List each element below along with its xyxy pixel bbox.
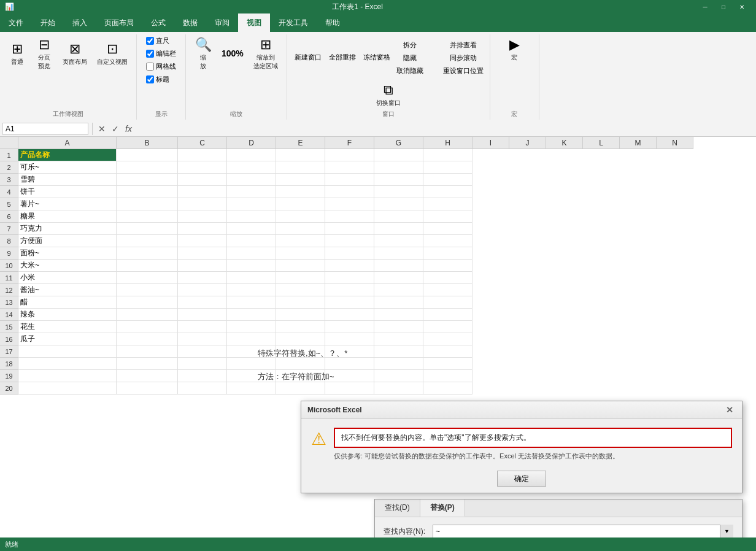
- cell-G1[interactable]: [374, 149, 423, 161]
- cell-A4[interactable]: 饼干: [18, 186, 117, 198]
- row-header-15[interactable]: 15: [0, 321, 18, 333]
- tab-help[interactable]: 帮助: [317, 13, 349, 32]
- cell-D3[interactable]: [227, 174, 276, 186]
- find-input[interactable]: [433, 525, 733, 538]
- cell-E10[interactable]: [276, 260, 325, 272]
- cell-G12[interactable]: [374, 284, 423, 296]
- cell-A2[interactable]: 可乐~: [18, 161, 117, 174]
- cell-H18[interactable]: [423, 358, 472, 370]
- cell-F11[interactable]: [325, 272, 374, 284]
- cell-F3[interactable]: [325, 174, 374, 186]
- btn-custom-views[interactable]: ⊡ 自定义视图: [93, 40, 131, 67]
- cell-E17[interactable]: [276, 345, 325, 358]
- cell-F10[interactable]: [325, 260, 374, 272]
- cell-G16[interactable]: [374, 333, 423, 345]
- tab-data[interactable]: 数据: [174, 13, 206, 32]
- cell-E2[interactable]: [276, 161, 325, 174]
- col-header-E[interactable]: E: [276, 137, 325, 149]
- cell-C5[interactable]: [178, 198, 227, 210]
- cell-E16[interactable]: [276, 333, 325, 345]
- cell-G9[interactable]: [374, 247, 423, 260]
- cell-H8[interactable]: [423, 235, 472, 247]
- cell-B8[interactable]: [117, 235, 178, 247]
- cell-C14[interactable]: [178, 309, 227, 321]
- cell-F19[interactable]: [325, 370, 374, 382]
- cell-A13[interactable]: 醋: [18, 296, 117, 309]
- cell-D1[interactable]: [227, 149, 276, 161]
- btn-arrange-all[interactable]: 全部重排: [326, 52, 358, 63]
- cell-B4[interactable]: [117, 186, 178, 198]
- cell-F2[interactable]: [325, 161, 374, 174]
- cell-F18[interactable]: [325, 358, 374, 370]
- cell-C13[interactable]: [178, 296, 227, 309]
- cell-A17[interactable]: [18, 345, 117, 358]
- cell-H3[interactable]: [423, 174, 472, 186]
- cell-C20[interactable]: [178, 382, 227, 395]
- cell-A1[interactable]: 产品名称: [18, 149, 117, 161]
- row-header-11[interactable]: 11: [0, 272, 18, 284]
- row-header-14[interactable]: 14: [0, 309, 18, 321]
- cell-D11[interactable]: [227, 272, 276, 284]
- cell-B15[interactable]: [117, 321, 178, 333]
- cell-E12[interactable]: [276, 284, 325, 296]
- checkbox-gridlines[interactable]: 网格线: [146, 62, 176, 71]
- col-header-A[interactable]: A: [18, 137, 117, 149]
- cell-E1[interactable]: [276, 149, 325, 161]
- cell-B9[interactable]: [117, 247, 178, 260]
- cell-G6[interactable]: [374, 210, 423, 223]
- cell-D2[interactable]: [227, 161, 276, 174]
- cell-C15[interactable]: [178, 321, 227, 333]
- cell-G2[interactable]: [374, 161, 423, 174]
- cell-A9[interactable]: 面粉~: [18, 247, 117, 260]
- cell-A6[interactable]: 糖果: [18, 210, 117, 223]
- tab-insert[interactable]: 插入: [64, 13, 96, 32]
- close-button[interactable]: ✕: [733, 0, 751, 13]
- cell-H12[interactable]: [423, 284, 472, 296]
- tab-review[interactable]: 审阅: [206, 13, 238, 32]
- row-header-6[interactable]: 6: [0, 210, 18, 223]
- cell-H16[interactable]: [423, 333, 472, 345]
- cell-D4[interactable]: [227, 186, 276, 198]
- cell-C18[interactable]: [178, 358, 227, 370]
- cell-D7[interactable]: [227, 223, 276, 235]
- cell-A8[interactable]: 方便面: [18, 235, 117, 247]
- cell-D16[interactable]: [227, 333, 276, 345]
- btn-macros[interactable]: ▶ 宏: [502, 36, 526, 63]
- cell-H4[interactable]: [423, 186, 472, 198]
- cell-H1[interactable]: [423, 149, 472, 161]
- cell-A5[interactable]: 薯片~: [18, 198, 117, 210]
- cell-C19[interactable]: [178, 370, 227, 382]
- cell-C17[interactable]: [178, 345, 227, 358]
- row-header-13[interactable]: 13: [0, 296, 18, 309]
- cell-G17[interactable]: [374, 345, 423, 358]
- btn-zoom-selection[interactable]: ⊞ 缩放到 选定区域: [250, 36, 282, 72]
- btn-freeze-panes[interactable]: 冻结窗格: [361, 52, 393, 63]
- cell-B18[interactable]: [117, 358, 178, 370]
- cancel-formula-btn[interactable]: ✕: [96, 124, 107, 134]
- row-header-2[interactable]: 2: [0, 161, 18, 174]
- cell-D6[interactable]: [227, 210, 276, 223]
- cell-A20[interactable]: [18, 382, 117, 395]
- cell-H2[interactable]: [423, 161, 472, 174]
- cell-F1[interactable]: [325, 149, 374, 161]
- cell-D13[interactable]: [227, 296, 276, 309]
- cell-C12[interactable]: [178, 284, 227, 296]
- row-header-8[interactable]: 8: [0, 235, 18, 247]
- col-header-K[interactable]: K: [546, 137, 583, 149]
- cell-G8[interactable]: [374, 235, 423, 247]
- cell-B2[interactable]: [117, 161, 178, 174]
- cell-C2[interactable]: [178, 161, 227, 174]
- cell-C1[interactable]: [178, 149, 227, 161]
- cell-H19[interactable]: [423, 370, 472, 382]
- tab-find[interactable]: 查找(D): [375, 499, 420, 517]
- cell-B20[interactable]: [117, 382, 178, 395]
- cell-F13[interactable]: [325, 296, 374, 309]
- cell-F4[interactable]: [325, 186, 374, 198]
- cell-F9[interactable]: [325, 247, 374, 260]
- cell-A16[interactable]: 瓜子: [18, 333, 117, 345]
- minimize-button[interactable]: ─: [696, 0, 714, 13]
- cell-G15[interactable]: [374, 321, 423, 333]
- cell-G18[interactable]: [374, 358, 423, 370]
- cell-D8[interactable]: [227, 235, 276, 247]
- tab-replace[interactable]: 替换(P): [420, 499, 465, 517]
